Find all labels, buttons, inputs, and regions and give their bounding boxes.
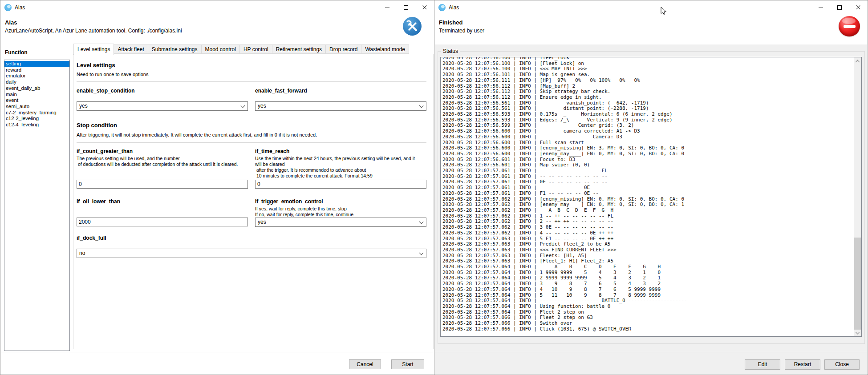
start-button[interactable]: Start (391, 359, 424, 369)
divider (77, 81, 426, 82)
log-line: 2020-05-28 12:07:57.066 | INFO | Click (… (442, 327, 853, 332)
window-title: Alas (15, 4, 25, 11)
log-line: 2020-05-28 12:07:57.064 | INFO | Using f… (442, 304, 853, 310)
log-textarea[interactable]: 2020-05-28 12:07:56.100 | INFO | fleet_l… (440, 57, 862, 337)
footer-divider (1, 352, 434, 352)
field-help: Use the time within the next 24 hours, t… (255, 156, 415, 179)
log-line: 2020-05-28 12:07:57.064 | INFO | A B C D… (442, 264, 853, 270)
section-subtitle: Need to run once to save options (77, 72, 148, 77)
window-title: Alas (449, 4, 459, 11)
maximize-button[interactable] (397, 0, 415, 14)
scroll-down-button[interactable] (854, 329, 861, 336)
log-line: 2020-05-28 12:07:57.062 | INFO | 3 0E --… (442, 225, 853, 230)
section-heading-stop-condition: Stop condition (77, 122, 117, 129)
log-lines: 2020-05-28 12:07:56.100 | INFO | fleet_l… (442, 57, 853, 332)
function-list-item[interactable]: emulator (4, 73, 69, 79)
function-list[interactable]: settingrewardemulatordailyevent_daily_ab… (4, 60, 70, 351)
function-list-item[interactable]: setting (4, 61, 69, 67)
status-title: Finished (439, 19, 462, 26)
select-value: yes (258, 219, 266, 225)
alas-log-window: Alas Finished Terminated by user Status … (434, 0, 868, 375)
function-list-item[interactable]: c12-2_leveling (4, 116, 69, 122)
if-time-reach-input[interactable] (255, 180, 426, 189)
chevron-down-icon (419, 251, 424, 255)
log-line: 2020-05-28 12:07:56.600 | INFO | camera … (442, 129, 853, 134)
function-list-item[interactable]: event (4, 97, 69, 104)
log-line: 2020-05-28 12:07:56.600 | INFO | Camera:… (442, 134, 853, 140)
footer-divider (435, 352, 867, 352)
stopped-icon (839, 16, 860, 36)
function-list-item[interactable]: semi_auto (4, 104, 69, 110)
function-list-item[interactable]: reward (4, 67, 69, 73)
chevron-down-icon (419, 104, 424, 108)
enable-fast-forward-select[interactable]: yes (255, 101, 426, 111)
status-subtitle: Terminated by user (439, 28, 484, 34)
alas-app-icon (4, 4, 12, 11)
log-scrollbar[interactable] (854, 57, 861, 336)
log-line: 2020-05-28 12:07:57.062 | INFO | A B C D… (442, 208, 853, 214)
settings-tab[interactable]: Attack fleet (114, 44, 148, 54)
log-line: 2020-05-28 12:07:57.064 | INFO | 4 10 9 … (442, 287, 853, 293)
settings-tab[interactable]: Wasteland mode (361, 44, 409, 54)
field-label: if_count_greater_than (77, 148, 133, 154)
settings-tab[interactable]: Submarine settings (148, 44, 202, 54)
enable-stop-condition-select[interactable]: yes (77, 101, 248, 111)
log-line: 2020-05-28 12:07:56.111 | INFO | [HP] 97… (442, 78, 853, 84)
field-label: if_trigger_emotion_control (255, 198, 323, 205)
if-oil-lower-than-input[interactable] (77, 218, 248, 226)
settings-tab[interactable]: Level settings (73, 44, 114, 55)
function-list-item[interactable]: main (4, 92, 69, 98)
log-line: 2020-05-28 12:07:57.062 | INFO | 4 -- --… (442, 230, 853, 236)
if-trigger-emotion-control-select[interactable]: yes (255, 218, 426, 227)
function-list-item[interactable]: daily (4, 79, 69, 85)
titlebar[interactable]: Alas (0, 0, 434, 14)
minimize-button[interactable] (811, 0, 830, 14)
settings-tab[interactable]: Drop record (325, 44, 361, 54)
maximize-button[interactable] (830, 0, 849, 14)
function-heading: Function (5, 49, 28, 56)
log-line: 2020-05-28 12:07:56.101 | INFO | Map is … (442, 72, 853, 78)
field-label: if_dock_full (77, 235, 106, 241)
log-line: 2020-05-28 12:07:57.061 | INFO | F1 -- -… (442, 191, 853, 197)
field-label: enable_fast_forward (255, 88, 307, 94)
mouse-cursor (661, 7, 667, 17)
log-line: 2020-05-28 12:07:57.061 | INFO | -- -- -… (442, 185, 853, 191)
settings-tab[interactable]: Mood control (201, 44, 240, 54)
function-list-item[interactable]: event_daily_ab (4, 85, 69, 92)
log-line: 2020-05-28 12:07:57.063 | INFO | <<< FIN… (442, 247, 853, 253)
log-line: 2020-05-28 12:07:57.066 | INFO | Switch … (442, 321, 853, 327)
cancel-button[interactable]: Cancel (349, 359, 381, 369)
close-dialog-button[interactable]: Close (824, 359, 860, 370)
section-heading-level-settings: Level settings (77, 62, 115, 69)
close-button[interactable] (415, 0, 434, 14)
page-title: Alas (5, 19, 17, 26)
restart-button[interactable]: Restart (785, 359, 820, 370)
scroll-up-button[interactable] (854, 57, 861, 65)
scrollbar-thumb[interactable] (854, 238, 861, 330)
section-subtitle: After triggering, it will not stop immed… (77, 132, 317, 137)
field-help: The previous setting will be used, and t… (77, 156, 238, 167)
if-count-greater-than-input[interactable] (77, 180, 248, 189)
field-label: enable_stop_condition (77, 88, 135, 94)
if-dock-full-select[interactable]: no (77, 249, 426, 258)
close-button[interactable] (849, 0, 868, 14)
log-line: 2020-05-28 12:07:57.063 | INFO | Predict… (442, 242, 853, 247)
chevron-down-icon (241, 104, 245, 108)
alas-settings-window: Alas Alas AzurLaneAutoScript, An Azur La… (0, 0, 434, 375)
settings-tab[interactable]: HP control (239, 44, 272, 54)
settings-tab[interactable]: Retirement settings (272, 44, 326, 54)
field-label: if_time_reach (255, 148, 289, 154)
log-line: 2020-05-28 12:07:56.593 | INFO | 0.175s … (442, 112, 853, 117)
page-subtitle: AzurLaneAutoScript, An Azur Lane automat… (5, 28, 182, 34)
edit-button[interactable]: Edit (745, 359, 780, 370)
titlebar[interactable]: Alas (434, 0, 868, 14)
chevron-down-icon (419, 220, 424, 224)
desktop: Alas Alas AzurLaneAutoScript, An Azur La… (0, 0, 868, 375)
minimize-button[interactable] (378, 0, 397, 14)
field-help: If yes, wait for reply, complete this ti… (255, 206, 353, 218)
function-list-item[interactable]: c12-4_leveling (4, 122, 69, 128)
select-value: no (79, 250, 85, 256)
tab-panel-level-settings: Level settings Need to run once to save … (73, 54, 434, 349)
function-list-item[interactable]: c7-2_mystery_farming (4, 110, 69, 116)
log-line: 2020-05-28 12:07:56.600 | INFO | [enemy_… (442, 151, 853, 157)
